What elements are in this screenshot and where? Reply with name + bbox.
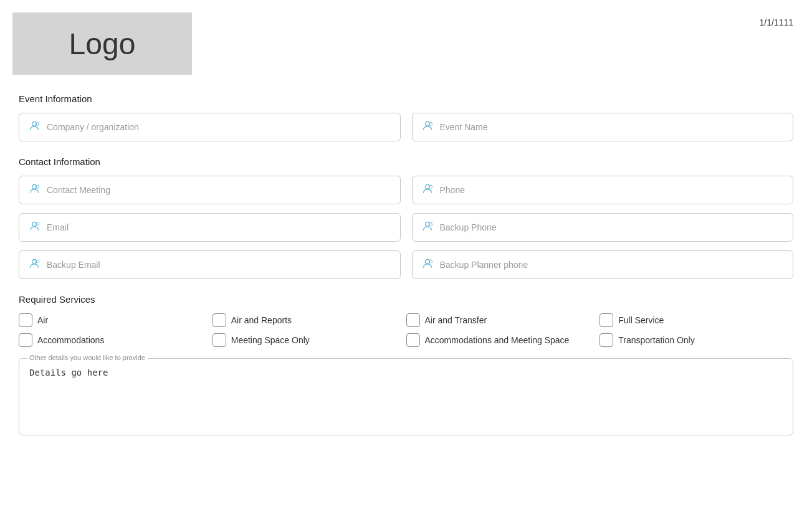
contact-row-3 <box>19 250 793 279</box>
accommodations-label: Accommodations <box>37 335 104 345</box>
services-section-title: Required Services <box>19 294 793 305</box>
event-section-title: Event Information <box>19 93 793 104</box>
person-icon-4 <box>421 183 434 197</box>
air-label: Air <box>37 315 48 325</box>
event-name-field <box>412 113 794 141</box>
page-header: Logo 1/1/1111 <box>0 0 812 87</box>
event-name-input[interactable] <box>440 122 785 132</box>
company-org-input[interactable] <box>47 122 391 132</box>
contact-row-2 <box>19 213 793 242</box>
backup-phone-input[interactable] <box>440 222 785 232</box>
accommodations-meeting-checkbox-item: Accommodations and Meeting Space <box>406 333 600 347</box>
details-textarea[interactable]: Details go here <box>29 368 783 424</box>
contact-meeting-field <box>19 176 401 204</box>
air-transfer-checkbox-item: Air and Transfer <box>406 313 600 327</box>
details-section: Other details you would like to provide … <box>19 358 793 435</box>
backup-planner-phone-input[interactable] <box>440 260 785 270</box>
event-fields-row <box>19 113 793 141</box>
contact-row-1 <box>19 176 793 204</box>
transportation-only-checkbox[interactable] <box>599 333 613 347</box>
person-icon-3 <box>28 183 41 197</box>
accommodations-meeting-checkbox[interactable] <box>406 333 420 347</box>
accommodations-checkbox[interactable] <box>19 333 32 347</box>
accommodations-checkbox-item: Accommodations <box>19 333 213 347</box>
main-content: Event Information Contact Information <box>0 87 812 454</box>
person-icon-6 <box>421 220 434 235</box>
transportation-only-label: Transportation Only <box>618 335 694 345</box>
logo: Logo <box>12 12 192 75</box>
event-information-section: Event Information <box>19 93 793 141</box>
backup-planner-phone-field <box>412 250 794 279</box>
required-services-section: Required Services Air Air and Reports Ai… <box>19 294 793 347</box>
company-org-field <box>19 113 401 141</box>
backup-phone-field <box>412 213 794 242</box>
air-checkbox-item: Air <box>19 313 213 327</box>
meeting-space-only-checkbox[interactable] <box>213 333 226 347</box>
full-service-checkbox[interactable] <box>599 313 613 327</box>
air-transfer-label: Air and Transfer <box>425 315 487 325</box>
person-icon-5 <box>28 220 41 235</box>
person-icon <box>28 120 41 135</box>
email-field <box>19 213 401 242</box>
services-row-1: Air Air and Reports Air and Transfer Ful… <box>19 313 793 327</box>
date-display: 1/1/1111 <box>760 17 794 27</box>
logo-text: Logo <box>69 27 136 61</box>
phone-input[interactable] <box>440 185 785 195</box>
services-row-2: Accommodations Meeting Space Only Accomm… <box>19 333 793 347</box>
air-transfer-checkbox[interactable] <box>406 313 420 327</box>
air-reports-checkbox-item: Air and Reports <box>213 313 406 327</box>
full-service-checkbox-item: Full Service <box>599 313 793 327</box>
contact-meeting-input[interactable] <box>47 185 391 195</box>
person-icon-2 <box>421 120 434 135</box>
person-icon-7 <box>28 257 41 272</box>
transportation-only-checkbox-item: Transportation Only <box>599 333 793 347</box>
full-service-label: Full Service <box>618 315 664 325</box>
backup-email-field <box>19 250 401 279</box>
contact-information-section: Contact Information <box>19 156 793 279</box>
person-icon-8 <box>421 257 434 272</box>
meeting-space-label: Meeting Space Only <box>231 335 310 345</box>
contact-section-title: Contact Information <box>19 156 793 167</box>
air-checkbox[interactable] <box>19 313 32 327</box>
details-legend: Other details you would like to provide <box>27 354 148 361</box>
accommodations-meeting-label: Accommodations and Meeting Space <box>425 335 570 345</box>
phone-field <box>412 176 794 204</box>
air-reports-checkbox[interactable] <box>213 313 226 327</box>
air-reports-label: Air and Reports <box>231 315 292 325</box>
backup-email-input[interactable] <box>47 260 391 270</box>
email-input[interactable] <box>47 222 391 232</box>
meeting-space-checkbox-item: Meeting Space Only <box>213 333 406 347</box>
